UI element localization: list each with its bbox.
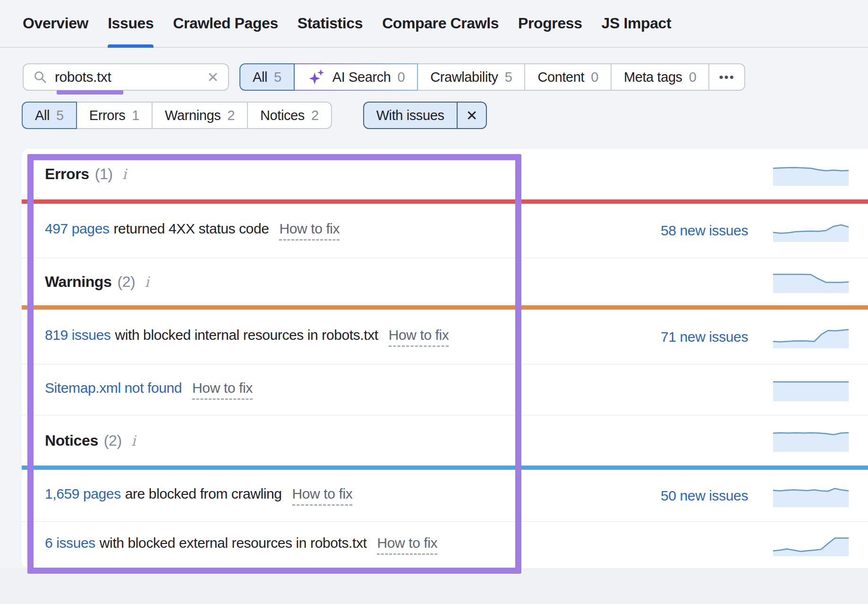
chip-count: 5 xyxy=(274,69,281,85)
chip-all-categories[interactable]: All 5 xyxy=(239,63,295,91)
severity-chip-group: All 5 Errors 1 Warnings 2 Notices 2 xyxy=(22,102,332,129)
notices-trend-sparkline xyxy=(773,429,849,452)
tab-crawled-pages[interactable]: Crawled Pages xyxy=(173,0,278,47)
issue-text: 819 issues with blocked internal resourc… xyxy=(45,327,648,347)
chip-meta-tags[interactable]: Meta tags 0 xyxy=(611,63,709,91)
issue-description: returned 4XX status code xyxy=(114,221,269,237)
chip-count: 0 xyxy=(689,69,697,85)
how-to-fix-link[interactable]: How to fix xyxy=(292,486,353,506)
site-audit-issues-page: Overview Issues Crawled Pages Statistics… xyxy=(0,0,868,604)
category-chip-group: All 5 AI Search 0 Crawlability 5 Content… xyxy=(239,63,745,91)
issue-row-blocked-from-crawling: 1,659 pages are blocked from crawling Ho… xyxy=(22,470,868,521)
issues-list-card: Errors (1) i 497 pages returned 4XX stat… xyxy=(22,149,868,568)
issue-text: 497 pages returned 4XX status code How t… xyxy=(45,221,648,241)
chip-label: All xyxy=(253,69,267,85)
tab-label: Crawled Pages xyxy=(173,15,278,32)
with-issues-filter-chip[interactable]: With issues ✕ xyxy=(363,102,487,129)
chip-ai-search[interactable]: AI Search 0 xyxy=(294,63,418,91)
chip-label: All xyxy=(35,108,50,123)
issue-row-blocked-internal: 819 issues with blocked internal resourc… xyxy=(22,310,868,364)
tab-progress[interactable]: Progress xyxy=(518,0,582,47)
section-header-notices: Notices (2) i xyxy=(22,415,868,466)
chip-notices[interactable]: Notices 2 xyxy=(247,102,332,129)
chip-count: 0 xyxy=(398,69,405,85)
chip-label: Notices xyxy=(260,108,305,123)
issue-row-blocked-external: 6 issues with blocked external resources… xyxy=(22,522,868,568)
issue-link[interactable]: Sitemap.xml not found xyxy=(45,380,182,396)
chip-errors[interactable]: Errors 1 xyxy=(76,102,153,129)
chip-crawlability[interactable]: Crawlability 5 xyxy=(417,63,525,91)
more-categories-button[interactable]: ••• xyxy=(708,63,745,91)
how-to-fix-link[interactable]: How to fix xyxy=(389,327,449,347)
remove-with-issues-filter-button[interactable]: ✕ xyxy=(457,103,486,128)
chip-label: AI Search xyxy=(332,69,391,85)
chip-content[interactable]: Content 0 xyxy=(524,63,612,91)
how-to-fix-link[interactable]: How to fix xyxy=(279,221,340,241)
filter-row-categories: ✕ All 5 AI Search 0 Crawlability 5 Conte… xyxy=(23,63,745,91)
search-icon xyxy=(33,70,47,84)
chip-count: 2 xyxy=(227,108,235,123)
errors-trend-sparkline xyxy=(773,163,849,186)
chip-count: 0 xyxy=(591,69,598,85)
tab-label: Overview xyxy=(23,15,88,32)
chip-warnings[interactable]: Warnings 2 xyxy=(152,102,248,129)
issue-link[interactable]: 6 issues xyxy=(45,535,95,551)
filter-row-severity: All 5 Errors 1 Warnings 2 Notices 2 With… xyxy=(22,102,487,129)
info-icon[interactable]: i xyxy=(131,432,136,449)
tab-label: Compare Crawls xyxy=(382,15,499,32)
section-title: Errors xyxy=(45,165,89,183)
issue-row-4xx: 497 pages returned 4XX status code How t… xyxy=(22,204,868,258)
info-icon[interactable]: i xyxy=(145,274,149,290)
tab-issues[interactable]: Issues xyxy=(108,0,153,47)
issue-row-sitemap-not-found: Sitemap.xml not found How to fix xyxy=(22,364,868,415)
new-issues-link[interactable]: 58 new issues xyxy=(648,223,748,239)
search-input[interactable] xyxy=(55,69,206,85)
annotation-underline-robots-txt xyxy=(57,90,123,95)
issue-trend-sparkline xyxy=(773,326,849,348)
section-header-warnings: Warnings (2) i xyxy=(22,258,868,305)
issue-link[interactable]: 819 issues xyxy=(45,327,111,343)
how-to-fix-link[interactable]: How to fix xyxy=(377,535,437,555)
issue-text: Sitemap.xml not found How to fix xyxy=(45,380,648,400)
page-footer-area xyxy=(0,568,868,604)
section-count: (2) xyxy=(117,273,135,291)
info-icon[interactable]: i xyxy=(122,166,127,182)
ai-sparkle-icon xyxy=(307,68,327,86)
issue-link[interactable]: 497 pages xyxy=(45,221,110,237)
chip-label: Meta tags xyxy=(624,69,682,85)
issue-search-box[interactable]: ✕ xyxy=(23,63,229,91)
section-count: (2) xyxy=(104,432,122,449)
issue-trend-sparkline xyxy=(773,379,849,401)
ellipsis-icon: ••• xyxy=(719,70,734,85)
chip-label: Crawlability xyxy=(430,69,498,85)
chip-count: 1 xyxy=(132,108,139,123)
tab-compare-crawls[interactable]: Compare Crawls xyxy=(382,0,499,47)
chip-count: 5 xyxy=(505,69,512,85)
tab-overview[interactable]: Overview xyxy=(23,0,88,47)
chip-all-severities[interactable]: All 5 xyxy=(22,102,77,129)
clear-search-icon[interactable]: ✕ xyxy=(206,69,220,86)
chip-count: 2 xyxy=(311,108,319,123)
tab-statistics[interactable]: Statistics xyxy=(298,0,363,47)
tab-label: JS Impact xyxy=(602,15,672,32)
section-count: (1) xyxy=(95,165,113,183)
top-nav: Overview Issues Crawled Pages Statistics… xyxy=(0,0,868,48)
tab-label: Progress xyxy=(518,15,582,32)
issue-description: with blocked internal resources in robot… xyxy=(115,327,378,343)
how-to-fix-link[interactable]: How to fix xyxy=(192,380,253,400)
chip-label: Errors xyxy=(89,108,126,123)
section-title: Warnings xyxy=(45,273,111,291)
new-issues-link[interactable]: 71 new issues xyxy=(648,329,748,345)
section-header-errors: Errors (1) i xyxy=(22,149,868,199)
issue-description: are blocked from crawling xyxy=(125,486,282,502)
issue-link[interactable]: 1,659 pages xyxy=(45,486,121,502)
issue-text: 1,659 pages are blocked from crawling Ho… xyxy=(45,486,648,506)
tab-js-impact[interactable]: JS Impact xyxy=(602,0,672,47)
new-issues-link[interactable]: 50 new issues xyxy=(648,488,748,504)
warnings-trend-sparkline xyxy=(773,270,849,293)
notices-severity-bar xyxy=(22,466,868,470)
errors-severity-bar xyxy=(22,199,868,204)
chip-label: Content xyxy=(537,69,584,85)
tab-label: Statistics xyxy=(298,15,363,32)
chip-label: Warnings xyxy=(165,108,221,123)
